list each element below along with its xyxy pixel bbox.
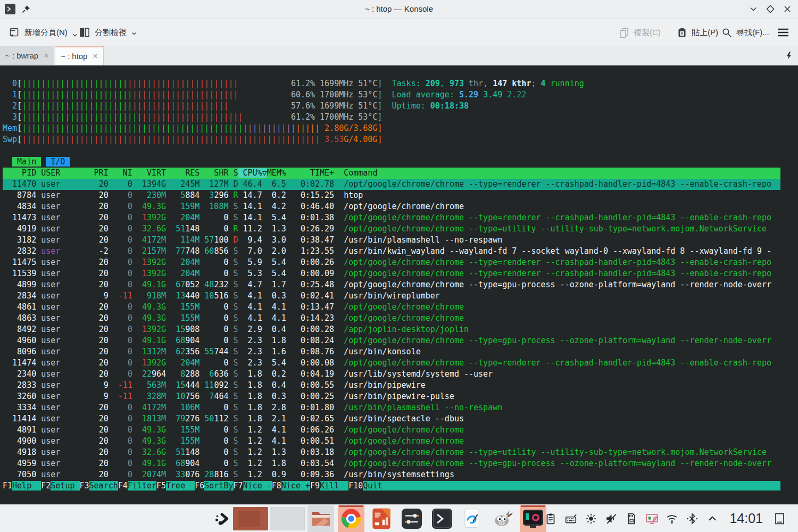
fkey-action-Tree[interactable]: Tree [166, 481, 195, 491]
fkey-F1[interactable]: F1 [3, 481, 12, 491]
process-row-4960[interactable]: 4960 user 20 0 49.1G 68904 0 S 2.3 1.8 0… [3, 335, 780, 346]
chevron-up-icon[interactable] [706, 512, 719, 525]
process-row-2832[interactable]: 2832 user -2 0 2157M 77748 60856 S 7.0 2… [3, 246, 780, 257]
tab-htop[interactable]: ~ : htop× [55, 46, 104, 65]
process-row-11414[interactable]: 11414 user 20 0 1813M 79276 50112 S 1.8 … [3, 413, 780, 425]
process-row-4899[interactable]: 4899 user 20 0 49.1G 67052 48232 S 4.7 1… [3, 279, 780, 290]
process-row-11470[interactable]: 11470 user 20 0 1394G 245M 127M D 46.4 6… [3, 179, 780, 190]
process-row-4959[interactable]: 4959 user 20 0 49.1G 68904 0 S 1.2 1.8 0… [3, 458, 780, 469]
task-gimp-icon[interactable] [489, 505, 516, 532]
fkey-F8[interactable]: F8 [272, 481, 281, 491]
process-row-3182[interactable]: 3182 user 20 0 4172M 114M 57100 D 9.4 3.… [3, 235, 780, 246]
lightning-icon[interactable] [784, 51, 794, 60]
process-row-2834[interactable]: 2834 user 9 -11 918M 13440 10516 S 4.1 0… [3, 290, 780, 302]
meter-0: 0[||||||||||||||||||||||||||||||||||||||… [3, 78, 780, 89]
split-view-label: 分割檢視 [95, 28, 127, 38]
task-chrome-icon[interactable] [338, 505, 364, 532]
task-folder-icon[interactable] [307, 505, 334, 532]
blank-line [3, 145, 780, 156]
fkey-F2[interactable]: F2 [41, 481, 51, 491]
htop-table-header[interactable]: PID USER PRI NI VIRT RES SHR S CPU%▽MEM%… [3, 168, 780, 179]
hamburger-menu-icon[interactable] [777, 24, 789, 41]
process-row-4918[interactable]: 4918 user 20 0 32.6G 51148 0 S 1.2 1.3 0… [3, 447, 780, 458]
clipboard-icon[interactable] [544, 512, 557, 525]
process-row-3260[interactable]: 3260 user 9 -11 328M 10756 7464 S 1.8 0.… [3, 391, 780, 402]
close-button[interactable] [782, 4, 793, 14]
task-spectacle-icon[interactable] [520, 505, 546, 532]
fkey-action-Search[interactable]: Search [89, 481, 118, 491]
task-settings-icon[interactable] [398, 505, 425, 532]
split-view-icon [79, 27, 90, 38]
process-row-2833[interactable]: 2833 user 9 -11 563M 15444 11092 S 1.8 0… [3, 380, 780, 391]
process-row-11475[interactable]: 11475 user 20 0 1392G 204M 0 S 5.9 5.4 0… [3, 257, 780, 268]
fkey-F4[interactable]: F4 [118, 481, 128, 491]
cast-icon[interactable] [645, 512, 658, 525]
task-impress-icon[interactable] [368, 505, 395, 532]
tab-bwrap[interactable]: ~ : bwrap× [0, 46, 54, 65]
fkey-action-Nice-+[interactable]: Nice + [281, 481, 310, 491]
fkey-F7[interactable]: F7 [234, 481, 243, 491]
virtual-desktop-2[interactable] [270, 507, 305, 530]
fkey-F3[interactable]: F3 [80, 481, 89, 491]
bluetooth-icon[interactable] [686, 512, 699, 525]
new-tab-button[interactable]: 新增分頁(N) [9, 24, 78, 41]
process-row-4863[interactable]: 4863 user 20 0 49.3G 155M 0 S 4.1 4.1 0:… [3, 313, 780, 324]
show-desktop-button[interactable] [774, 512, 786, 525]
meter-2: 2[||||||||||||||||||||||||||||||||||||||… [3, 101, 780, 112]
process-row-7050[interactable]: 7050 user 20 0 2074M 33076 28816 S 1.2 0… [3, 469, 780, 480]
wifi-icon[interactable] [666, 512, 678, 525]
terminal[interactable]: 0[||||||||||||||||||||||||||||||||||||||… [0, 65, 798, 504]
fkey-F5[interactable]: F5 [156, 481, 166, 491]
process-row-3334[interactable]: 3334 user 20 0 4172M 106M 0 S 1.8 2.8 0:… [3, 402, 780, 413]
folder-icon [310, 508, 332, 530]
process-row-4861[interactable]: 4861 user 20 0 49.3G 155M 0 S 4.1 4.1 0:… [3, 302, 780, 313]
process-row-8784[interactable]: 8784 user 20 0 230M 5884 3296 R 14.7 0.2… [3, 190, 780, 201]
fkey-F10[interactable]: F10 [348, 481, 363, 491]
fkey-action-Kill[interactable]: Kill [320, 481, 348, 491]
clock[interactable]: 14:01 [729, 511, 763, 526]
find-button[interactable]: 尋找(F)... [721, 24, 769, 41]
sdcard-icon[interactable] [625, 512, 638, 525]
window-title: ~ : htop — Konsole [0, 0, 798, 18]
fkey-action-SortBy[interactable]: SortBy [204, 481, 233, 491]
chrome-icon [339, 507, 363, 530]
process-row-4834[interactable]: 4834 user 20 0 49.3G 159M 108M S 14.1 4.… [3, 201, 780, 212]
settings-icon [401, 508, 423, 530]
process-row-11539[interactable]: 11539 user 20 0 1392G 204M 0 S 5.3 5.4 0… [3, 268, 780, 279]
copy-button[interactable]: 複製(C) [619, 24, 661, 41]
keyboard-icon[interactable] [564, 512, 577, 525]
close-tab-icon[interactable]: × [44, 51, 48, 61]
virtual-desktop-1[interactable] [233, 507, 268, 530]
maximize-button[interactable] [765, 4, 776, 14]
search-icon [721, 27, 732, 38]
kde-launcher-icon[interactable] [214, 511, 229, 526]
process-row-11473[interactable]: 11473 user 20 0 1392G 204M 0 S 14.1 5.4 … [3, 212, 780, 223]
fkey-action-Quit[interactable]: Quit [363, 481, 780, 491]
process-row-8492[interactable]: 8492 user 20 0 1392G 15908 0 S 2.9 0.4 0… [3, 324, 780, 335]
htop-tab-io[interactable]: I/O [46, 157, 70, 167]
process-row-4891[interactable]: 4891 user 20 0 49.3G 155M 0 S 1.2 4.1 0:… [3, 425, 780, 436]
volume-muted-icon[interactable] [605, 512, 618, 525]
process-row-4919[interactable]: 4919 user 20 0 32.6G 51148 0 R 11.2 1.3 … [3, 223, 780, 235]
virtual-desktop-pager [233, 507, 305, 530]
paste-label: 貼上(P) [692, 28, 718, 38]
fkey-action-Nice--[interactable]: Nice - [243, 481, 272, 491]
fkey-F9[interactable]: F9 [310, 481, 320, 491]
paste-button[interactable]: 貼上(P) [677, 24, 718, 41]
close-tab-icon[interactable]: × [93, 52, 97, 61]
meter-3: 3[||||||||||||||||||||||||||||||||||||||… [3, 112, 780, 123]
fkey-F6[interactable]: F6 [195, 481, 204, 491]
process-row-2340[interactable]: 2340 user 20 0 22964 8288 6636 S 1.8 0.2… [3, 369, 780, 380]
fkey-action-Help[interactable]: Help [12, 481, 41, 491]
htop-tab-main[interactable]: Main [12, 157, 41, 167]
fkey-action-Setup[interactable]: Setup [51, 481, 79, 491]
minimize-button[interactable] [748, 4, 759, 14]
process-row-8096[interactable]: 8096 user 20 0 1312M 62356 55744 S 2.3 1… [3, 346, 780, 358]
split-view-button[interactable]: 分割檢視 [79, 24, 137, 41]
brightness-icon[interactable] [585, 512, 597, 525]
process-row-11474[interactable]: 11474 user 20 0 1392G 204M 0 S 2.3 5.4 0… [3, 358, 780, 369]
task-konsole-icon[interactable] [429, 505, 455, 532]
task-kate-icon[interactable] [459, 505, 486, 532]
process-row-4900[interactable]: 4900 user 20 0 49.3G 155M 0 S 1.2 4.1 0:… [3, 436, 780, 447]
fkey-action-Filter[interactable]: Filter [128, 481, 156, 491]
